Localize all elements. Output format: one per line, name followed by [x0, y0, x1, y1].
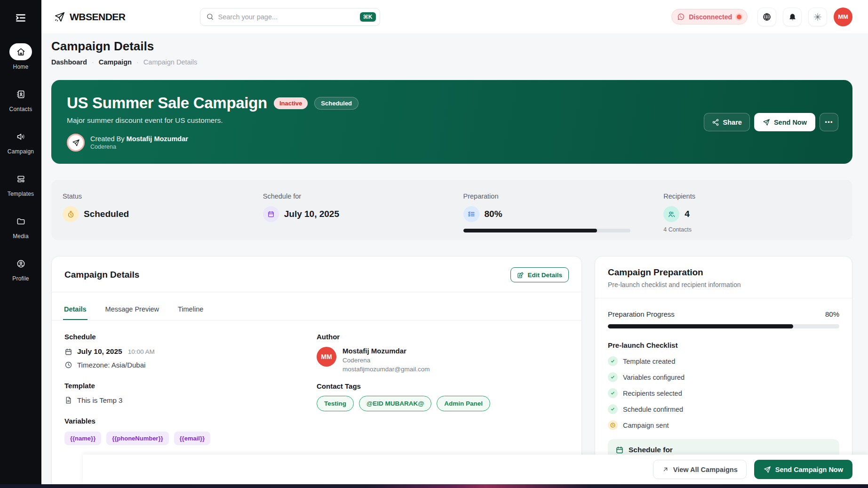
variables-list: {{name}} {{phoneNumber}} {{email}} [64, 432, 317, 445]
connection-status-badge[interactable]: Disconnected [671, 9, 748, 24]
search-icon [206, 13, 214, 21]
campaign-preparation-card: Campaign Preparation Pre-launch checklis… [595, 256, 852, 488]
tab-message-preview[interactable]: Message Preview [104, 301, 160, 320]
sidebar-item-profile[interactable]: Profile [9, 255, 32, 282]
app-logo[interactable]: WBSENDER [54, 11, 126, 23]
progress-value: 80% [825, 310, 839, 318]
stopwatch-icon [63, 206, 79, 222]
checklist-label: Schedule confirmed [623, 406, 683, 413]
variable-pill: {{name}} [64, 432, 101, 445]
view-all-campaigns-button[interactable]: View All Campaigns [653, 460, 747, 479]
breadcrumb-dashboard[interactable]: Dashboard [51, 58, 87, 66]
tab-details[interactable]: Details [63, 301, 88, 320]
schedule-heading: Schedule [64, 333, 317, 341]
check-circle-icon [608, 372, 618, 382]
topbar-actions: Disconnected MM [671, 8, 852, 26]
details-left-column: Schedule July 10, 2025 10:00 AM [64, 333, 317, 445]
megaphone-icon [9, 128, 32, 145]
prelaunch-checklist: Template created Variables configured Re… [608, 356, 839, 430]
sidebar-item-home[interactable]: Home [9, 43, 32, 70]
connection-status-text: Disconnected [689, 13, 732, 21]
details-tabs: Details Message Preview Timeline [52, 301, 581, 320]
user-avatar[interactable]: MM [834, 8, 852, 26]
file-icon [64, 396, 72, 404]
author-avatar: MM [317, 347, 336, 367]
collapse-menu-icon [15, 12, 27, 24]
author-heading: Author [317, 333, 569, 341]
checklist-label: Variables configured [623, 374, 685, 381]
main-content: Campaign Details Dashboard · Campaign · … [41, 33, 868, 488]
paper-plane-icon [764, 466, 771, 473]
send-campaign-now-button[interactable]: Send Campaign Now [754, 460, 852, 479]
sidebar-item-media[interactable]: Media [9, 213, 32, 240]
author-name: Mostafij Mozumdar [342, 347, 430, 355]
tab-timeline[interactable]: Timeline [177, 301, 204, 320]
preparation-progress-bar [608, 324, 839, 328]
sidebar-item-label: Profile [12, 275, 29, 282]
paper-plane-logo-icon [54, 11, 65, 23]
campaign-hero-card: US Summer Sale Campaign Inactive Schedul… [51, 80, 852, 164]
send-now-button[interactable]: Send Now [754, 113, 815, 131]
check-circle-icon [608, 404, 618, 414]
send-campaign-now-label: Send Campaign Now [775, 466, 843, 473]
checklist-item: Template created [608, 356, 839, 366]
sidebar-item-label: Media [13, 233, 29, 240]
variables-heading: Variables [64, 417, 317, 425]
page-title: Campaign Details [51, 33, 852, 54]
checklist-item: Campaign sent [608, 420, 839, 430]
stat-label: Preparation [463, 192, 653, 200]
template-name: This is Temp 3 [77, 396, 122, 404]
edit-details-button[interactable]: Edit Details [510, 267, 569, 282]
created-by-name: Mostafij Mozumdar [127, 135, 188, 143]
share-button[interactable]: Share [704, 113, 750, 131]
ellipsis-icon: ⋯ [825, 117, 833, 127]
users-icon [663, 206, 679, 222]
campaign-details-card: Campaign Details Edit Details Details Me… [51, 256, 582, 488]
check-circle-icon [608, 356, 618, 366]
more-options-button[interactable]: ⋯ [820, 113, 838, 131]
checklist-item: Schedule confirmed [608, 404, 839, 414]
gear-icon [813, 12, 822, 22]
checklist-icon [463, 206, 479, 222]
creator-avatar [67, 134, 85, 152]
stat-preparation: Preparation 80% [452, 192, 653, 240]
created-by-row: Created By Mostafij Mozumdar Coderena [67, 134, 358, 152]
contact-tag: Testing [317, 396, 354, 411]
search-input[interactable] [218, 13, 360, 21]
settings-button[interactable] [808, 8, 827, 26]
contact-tags-heading: Contact Tags [317, 382, 569, 390]
stat-value: 4 [685, 209, 690, 219]
campaign-stats-row: Status Scheduled Schedule for Jul [51, 180, 852, 240]
arrow-up-right-icon [662, 466, 669, 473]
stat-value: 80% [485, 209, 502, 219]
stat-label: Schedule for [263, 192, 452, 200]
global-search[interactable]: ⌘K [200, 8, 380, 26]
schedule-date: July 10, 2025 [77, 347, 122, 356]
bell-icon [788, 12, 797, 21]
share-label: Share [723, 119, 742, 126]
sidebar: Home Contacts Campaign Templates Media [0, 0, 41, 488]
scheduled-badge: Scheduled [314, 97, 358, 110]
checklist-label: Template created [623, 358, 675, 365]
pencil-icon [517, 272, 524, 279]
language-button[interactable] [757, 8, 776, 26]
sidebar-item-contacts[interactable]: Contacts [9, 86, 32, 112]
view-all-campaigns-label: View All Campaigns [673, 466, 738, 473]
author-org: Coderena [342, 357, 430, 364]
schedule-time: 10:00 AM [128, 348, 155, 355]
globe-icon [762, 12, 772, 22]
contact-tag: Admin Panel [437, 396, 490, 411]
notifications-button[interactable] [783, 8, 802, 26]
preparation-progress-bar [463, 229, 630, 232]
contacts-icon [9, 86, 32, 103]
checklist-label: Campaign sent [623, 422, 669, 429]
preparation-progress-fill [608, 324, 793, 328]
breadcrumb-campaign[interactable]: Campaign [99, 58, 132, 66]
breadcrumb-separator: · [92, 58, 94, 66]
whatsapp-icon [677, 13, 685, 21]
sidebar-collapse-button[interactable] [10, 8, 31, 27]
sidebar-item-templates[interactable]: Templates [8, 170, 34, 197]
send-now-label: Send Now [774, 119, 807, 126]
sidebar-item-campaign[interactable]: Campaign [8, 128, 34, 155]
paper-plane-icon [72, 139, 80, 147]
